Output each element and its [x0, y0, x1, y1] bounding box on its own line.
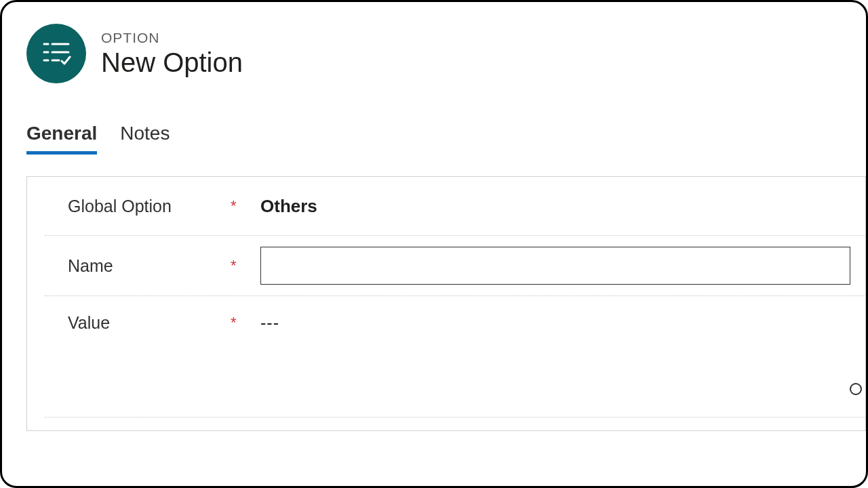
value-required: * — [231, 314, 250, 331]
window-frame: OPTION New Option General Notes Global O… — [0, 0, 868, 488]
field-value: Value * --- — [27, 296, 865, 349]
field-separator — [45, 417, 865, 418]
svg-point-6 — [850, 384, 861, 394]
tabs: General Notes — [2, 83, 866, 155]
name-required: * — [231, 257, 250, 274]
tab-notes[interactable]: Notes — [120, 123, 170, 155]
global-option-label: Global Option — [68, 197, 231, 216]
tab-general[interactable]: General — [26, 123, 97, 155]
global-option-required: * — [231, 197, 250, 215]
name-input[interactable] — [260, 247, 850, 285]
value-label: Value — [68, 313, 231, 333]
name-label: Name — [68, 256, 231, 276]
option-entity-icon — [26, 24, 86, 83]
field-name: Name * — [27, 236, 865, 296]
field-global-option: Global Option * Others — [27, 177, 865, 235]
value-placeholder[interactable]: --- — [260, 313, 279, 333]
page-header: OPTION New Option — [2, 2, 866, 83]
global-option-value[interactable]: Others — [260, 196, 317, 217]
search-icon[interactable] — [846, 380, 866, 403]
header-text: OPTION New Option — [101, 30, 243, 77]
entity-type-label: OPTION — [101, 30, 243, 46]
value-textarea-space — [27, 349, 865, 417]
page-title: New Option — [101, 47, 243, 77]
form-panel: Global Option * Others Name * Value * — [26, 176, 866, 431]
